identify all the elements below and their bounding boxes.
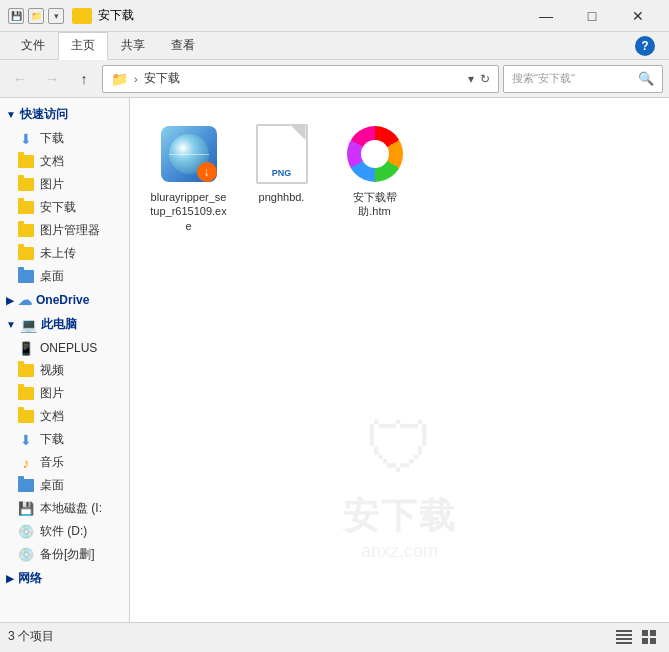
file-name-png: pnghhbd. [259,190,305,204]
new-folder-icon-small[interactable]: 📁 [28,8,44,24]
sidebar-label-drive-i: 本地磁盘 (I: [40,500,102,517]
folder-yellow-icon-docs [18,409,34,425]
sidebar-label-downloads: 下载 [40,130,64,147]
watermark-sub: anxz.com [343,541,457,562]
close-button[interactable]: ✕ [615,0,661,32]
sidebar-label-videos: 视频 [40,362,64,379]
minimize-button[interactable]: — [523,0,569,32]
grid-view-button[interactable] [639,626,661,648]
svg-rect-7 [650,638,656,644]
address-separator: › [134,73,138,85]
title-bar: 💾 📁 ▾ 安下载 — □ ✕ [0,0,669,32]
section-label-onedrive: OneDrive [36,293,89,307]
svg-rect-6 [642,638,648,644]
search-bar[interactable]: 搜索"安下载" 🔍 [503,65,663,93]
folder-blue-icon-1 [18,269,34,285]
folder-yellow-icon-5 [18,246,34,262]
sidebar-item-desktop-quick[interactable]: 桌面 [0,265,129,288]
sidebar-item-desktop[interactable]: 桌面 [0,474,129,497]
watermark-text: 安下载 [343,492,457,541]
tab-file[interactable]: 文件 [8,32,58,59]
nav-bar: ← → ↑ 📁 › 安下载 ▾ ↻ 搜索"安下载" 🔍 [0,60,669,98]
svg-rect-4 [642,630,648,636]
svg-rect-2 [616,638,632,640]
folder-icon [72,8,92,24]
search-icon[interactable]: 🔍 [638,71,654,86]
section-label-quick-access: 快速访问 [20,106,68,123]
file-item-exe[interactable]: ↓ blurayripper_setup_r615109.exe [146,114,231,241]
sidebar-section-quick-access[interactable]: ▼ 快速访问 [0,102,129,127]
section-label-network: 网络 [18,570,42,587]
svg-rect-1 [616,634,632,636]
sidebar-item-music[interactable]: ♪ 音乐 [0,451,129,474]
content-area: 🛡 安下载 anxz.com ↓ blurayripper_setup_r615… [130,98,669,622]
tab-home[interactable]: 主页 [58,32,108,60]
file-icon-exe: ↓ [157,122,221,186]
folder-blue-icon-2 [18,478,34,494]
sidebar-item-oneplus[interactable]: 📱 ONEPLUS [0,337,129,359]
sidebar-label-documents: 文档 [40,153,64,170]
download-icon: ⬇ [18,131,34,147]
folder-yellow-icon-videos [18,363,34,379]
back-button[interactable]: ← [6,65,34,93]
sidebar-item-downloads[interactable]: ⬇ 下载 [0,127,129,150]
folder-yellow-icon-4 [18,223,34,239]
sidebar-item-anxiazai[interactable]: 安下载 [0,196,129,219]
png-label: PNG [272,168,292,178]
search-placeholder: 搜索"安下载" [512,71,634,86]
chevron-down-icon-thispc: ▼ [6,319,16,330]
sidebar-item-pictures[interactable]: 图片 [0,173,129,196]
file-grid: ↓ blurayripper_setup_r615109.exe PNG png… [130,98,669,257]
sidebar-item-images[interactable]: 图片 [0,382,129,405]
sidebar-item-uploaded[interactable]: 未上传 [0,242,129,265]
drive-icon-1: 💾 [18,501,34,517]
sidebar-item-drive-d[interactable]: 💿 软件 (D:) [0,520,129,543]
sidebar-item-picmanager[interactable]: 图片管理器 [0,219,129,242]
help-button[interactable]: ? [635,36,655,56]
sidebar-item-videos[interactable]: 视频 [0,359,129,382]
svg-rect-0 [616,630,632,632]
sidebar-label-docs: 文档 [40,408,64,425]
tab-view[interactable]: 查看 [158,32,208,59]
folder-yellow-icon-2 [18,177,34,193]
watermark: 🛡 安下载 anxz.com [343,408,457,562]
svg-rect-3 [616,642,632,644]
file-name-exe: blurayripper_setup_r615109.exe [150,190,227,233]
sidebar-section-network[interactable]: ▶ 网络 [0,566,129,591]
properties-icon-small[interactable]: ▾ [48,8,64,24]
forward-button[interactable]: → [38,65,66,93]
folder-yellow-icon-images [18,386,34,402]
download-icon-2: ⬇ [18,432,34,448]
sidebar-item-drive-i[interactable]: 💾 本地磁盘 (I: [0,497,129,520]
window-title: 安下载 [98,7,523,24]
address-dropdown[interactable]: ▾ [468,72,474,86]
chevron-right-icon-network: ▶ [6,573,14,584]
maximize-button[interactable]: □ [569,0,615,32]
sidebar-label-images: 图片 [40,385,64,402]
address-bar[interactable]: 📁 › 安下载 ▾ ↻ [102,65,499,93]
sidebar-item-documents[interactable]: 文档 [0,150,129,173]
music-icon: ♪ [18,455,34,471]
sidebar-item-backup[interactable]: 💿 备份[勿删] [0,543,129,566]
tab-share[interactable]: 共享 [108,32,158,59]
refresh-button[interactable]: ↻ [480,72,490,86]
htm-icon-wrapper [347,126,403,182]
phone-icon: 📱 [18,340,34,356]
file-item-htm[interactable]: 安下载帮助.htm [332,114,417,241]
cloud-icon: ☁ [18,292,32,308]
svg-rect-5 [650,630,656,636]
file-item-png[interactable]: PNG pnghhbd. [239,114,324,241]
sidebar-label-uploaded: 未上传 [40,245,76,262]
sidebar-section-onedrive[interactable]: ▶ ☁ OneDrive [0,288,129,312]
sidebar-item-dl[interactable]: ⬇ 下载 [0,428,129,451]
sidebar-item-docs[interactable]: 文档 [0,405,129,428]
list-view-button[interactable] [613,626,635,648]
sidebar-section-thispc[interactable]: ▼ 💻 此电脑 [0,312,129,337]
up-button[interactable]: ↑ [70,65,98,93]
folder-icon-address: 📁 [111,71,128,87]
drive-icon-2: 💿 [18,524,34,540]
drive-icon-3: 💿 [18,547,34,563]
folder-yellow-icon-1 [18,154,34,170]
save-icon[interactable]: 💾 [8,8,24,24]
grid-view-icon [642,630,658,644]
